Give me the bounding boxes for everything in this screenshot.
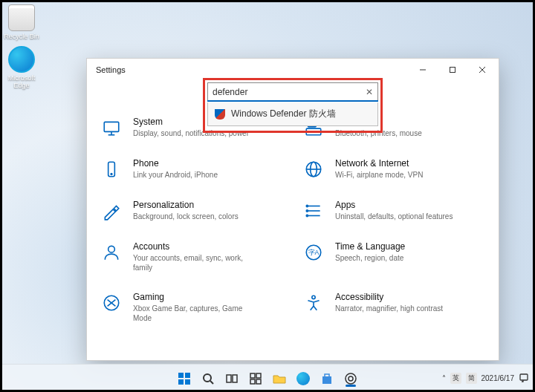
- svg-point-19: [306, 210, 308, 212]
- settings-taskbar-button[interactable]: [341, 369, 360, 388]
- svg-rect-28: [178, 379, 184, 385]
- suggestion-label: Windows Defender 防火墙: [231, 108, 336, 120]
- svg-rect-4: [104, 122, 119, 131]
- category-title: Gaming: [133, 292, 259, 302]
- clear-icon[interactable]: ✕: [366, 87, 373, 97]
- category-desc: Narrator, magnifier, high contrast: [335, 304, 443, 313]
- svg-rect-38: [322, 376, 331, 384]
- edge-icon: [8, 46, 35, 73]
- desktop-icon-label: Microsoft Edge: [3, 74, 40, 89]
- category-title: Personalization: [133, 200, 239, 210]
- desktop-icon-label: Recycle Bin: [3, 33, 40, 40]
- apps-icon: [302, 200, 325, 222]
- accessibility-icon: [302, 292, 325, 314]
- svg-rect-32: [227, 375, 231, 382]
- svg-point-30: [204, 374, 211, 382]
- category-title: Accessibility: [335, 292, 443, 302]
- recycle-bin-icon: [8, 4, 35, 31]
- category-personalization[interactable]: PersonalizationBackground, lock screen, …: [100, 200, 283, 222]
- category-title: Time & Language: [335, 241, 405, 252]
- category-accessibility[interactable]: AccessibilityNarrator, magnifier, high c…: [302, 292, 485, 323]
- search-button[interactable]: [198, 369, 218, 388]
- category-desc: Speech, region, date: [335, 253, 405, 263]
- settings-window: Settings ✕ Windows Defender 防火墙 SystemDi…: [86, 58, 499, 361]
- svg-rect-29: [185, 379, 190, 385]
- svg-rect-36: [250, 379, 255, 384]
- close-button[interactable]: [467, 59, 497, 81]
- category-desc: Xbox Game Bar, captures, Game Mode: [133, 304, 259, 323]
- svg-point-25: [312, 295, 315, 298]
- store-button[interactable]: [317, 369, 337, 388]
- search-suggestions: Windows Defender 防火墙: [207, 102, 378, 126]
- taskbar-date[interactable]: 2021/6/17: [482, 374, 515, 382]
- ime-mode[interactable]: 简: [466, 373, 477, 384]
- task-view-button[interactable]: [222, 369, 241, 388]
- start-button[interactable]: [175, 369, 194, 388]
- svg-line-31: [210, 381, 213, 384]
- system-icon: [100, 117, 123, 139]
- category-desc: Wi-Fi, airplane mode, VPN: [335, 170, 423, 180]
- category-desc: Bluetooth, printers, mouse: [335, 128, 422, 138]
- svg-rect-37: [256, 379, 261, 384]
- personalization-icon: [100, 200, 123, 222]
- tray-chevron-icon[interactable]: ˄: [442, 374, 446, 382]
- window-title: Settings: [96, 65, 126, 74]
- category-desc: Your accounts, email, sync, work, family: [133, 253, 259, 272]
- desktop-icon-recycle-bin[interactable]: Recycle Bin: [3, 4, 40, 40]
- minimize-button[interactable]: [408, 59, 438, 81]
- svg-rect-1: [450, 68, 455, 73]
- category-time-language[interactable]: 字A Time & LanguageSpeech, region, date: [302, 241, 485, 272]
- time-language-icon: 字A: [302, 241, 325, 264]
- category-title: Apps: [335, 200, 453, 210]
- explorer-button[interactable]: [270, 369, 289, 388]
- svg-rect-41: [520, 374, 528, 380]
- taskbar: ˄ 英 简 2021/6/17: [0, 364, 535, 392]
- svg-rect-27: [185, 373, 190, 378]
- category-accounts[interactable]: AccountsYour accounts, email, sync, work…: [100, 241, 283, 272]
- svg-point-39: [348, 376, 353, 381]
- search-input[interactable]: ✕: [207, 82, 378, 102]
- svg-point-11: [111, 174, 112, 175]
- category-desc: Display, sound, notifications, power: [133, 128, 249, 138]
- svg-rect-35: [256, 373, 261, 378]
- category-title: Phone: [133, 158, 218, 169]
- category-title: Network & Internet: [335, 158, 423, 169]
- network-icon: [302, 158, 325, 180]
- category-network[interactable]: Network & InternetWi-Fi, airplane mode, …: [302, 158, 485, 180]
- widgets-button[interactable]: [246, 369, 265, 388]
- svg-point-40: [346, 373, 356, 384]
- svg-point-20: [306, 215, 308, 216]
- svg-point-21: [108, 246, 115, 252]
- svg-rect-8: [306, 128, 321, 135]
- desktop-icon-edge[interactable]: Microsoft Edge: [3, 46, 40, 89]
- phone-icon: [100, 158, 123, 180]
- edge-button[interactable]: [294, 369, 313, 388]
- notifications-icon[interactable]: [519, 373, 529, 385]
- ime-language[interactable]: 英: [450, 373, 461, 384]
- category-desc: Background, lock screen, colors: [133, 212, 239, 221]
- category-apps[interactable]: AppsUninstall, defaults, optional featur…: [302, 200, 485, 222]
- gaming-icon: [100, 292, 123, 314]
- search-field[interactable]: [213, 87, 366, 97]
- titlebar[interactable]: Settings: [87, 59, 499, 81]
- svg-rect-34: [250, 373, 255, 378]
- shield-icon: [215, 109, 225, 120]
- category-desc: Link your Android, iPhone: [133, 170, 218, 180]
- suggestion-item[interactable]: Windows Defender 防火墙: [208, 102, 377, 125]
- category-title: Accounts: [133, 241, 259, 252]
- accounts-icon: [100, 241, 123, 264]
- category-gaming[interactable]: GamingXbox Game Bar, captures, Game Mode: [100, 292, 283, 323]
- svg-rect-26: [178, 373, 184, 378]
- svg-text:字A: 字A: [308, 249, 320, 256]
- maximize-button[interactable]: [438, 59, 467, 81]
- svg-point-18: [306, 205, 308, 206]
- category-desc: Uninstall, defaults, optional features: [335, 212, 453, 221]
- category-phone[interactable]: PhoneLink your Android, iPhone: [100, 158, 283, 180]
- svg-rect-33: [233, 375, 237, 382]
